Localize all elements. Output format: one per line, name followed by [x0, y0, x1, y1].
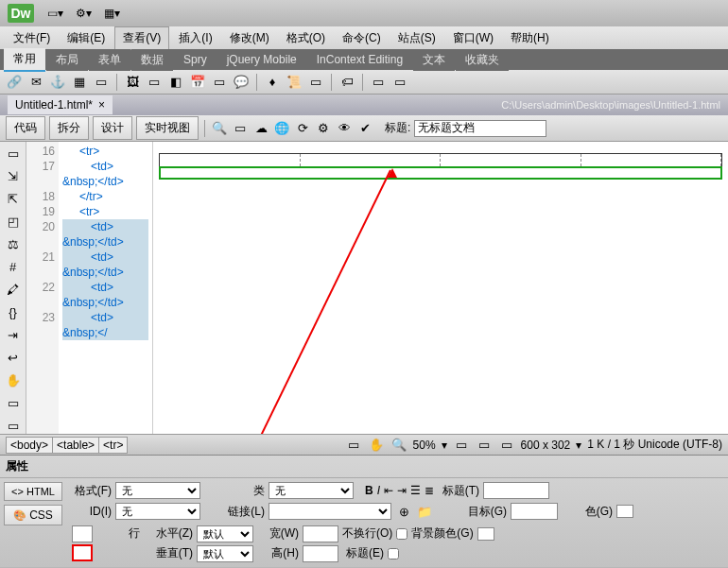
height-input[interactable]: [303, 545, 338, 562]
design-pane[interactable]: [153, 142, 728, 434]
color-swatch[interactable]: [616, 505, 633, 518]
format-icon[interactable]: ▭: [5, 394, 22, 411]
phone-icon[interactable]: ▭: [476, 437, 493, 454]
menu-file[interactable]: 文件(F): [6, 27, 58, 49]
table-preview[interactable]: [159, 153, 722, 180]
menu-help[interactable]: 帮助(H): [503, 27, 557, 49]
menu-commands[interactable]: 命令(C): [335, 27, 389, 49]
date-icon[interactable]: 📅: [189, 74, 206, 91]
layout-dropdown-icon[interactable]: ▭▾: [47, 7, 62, 20]
tab-layout[interactable]: 布局: [46, 49, 88, 71]
menu-format[interactable]: 格式(O): [279, 27, 333, 49]
collapse-icon[interactable]: ⇲: [5, 168, 22, 185]
template-icon[interactable]: ▭: [307, 74, 324, 91]
expand-icon[interactable]: ⇱: [5, 191, 22, 208]
dimensions[interactable]: 600 x 302: [521, 439, 571, 452]
tab-spry[interactable]: Spry: [174, 50, 217, 69]
ul-icon[interactable]: ☰: [410, 484, 421, 497]
zoom-tool-icon[interactable]: 🔍: [390, 437, 407, 454]
outdent-icon[interactable]: ⇤: [384, 484, 393, 497]
email-icon[interactable]: ✉: [27, 74, 44, 91]
tab-fav[interactable]: 收藏夹: [456, 49, 509, 71]
ssi-icon[interactable]: ▭: [211, 74, 228, 91]
tab-data[interactable]: 数据: [131, 49, 173, 71]
title-input[interactable]: [483, 482, 549, 499]
split-cell-icon[interactable]: [72, 544, 93, 561]
div-icon[interactable]: ▭: [93, 74, 110, 91]
view-live-button[interactable]: 实时视图: [136, 116, 199, 140]
merge-cells-icon[interactable]: [72, 525, 93, 542]
hyperlink-icon[interactable]: 🔗: [6, 74, 23, 91]
browse-icon[interactable]: 📁: [416, 503, 433, 520]
indent-icon[interactable]: ⇥: [397, 484, 407, 497]
window-size-icon[interactable]: ▭: [453, 437, 470, 454]
widget-icon[interactable]: ◧: [167, 74, 184, 91]
select-parent-icon[interactable]: ◰: [5, 214, 22, 231]
view-code-button[interactable]: 代码: [6, 116, 45, 140]
zoom-value[interactable]: 50%: [413, 439, 436, 452]
menu-view[interactable]: 查看(V): [114, 26, 169, 50]
hand-tool-icon[interactable]: ✋: [368, 437, 385, 454]
table-icon[interactable]: ▦: [71, 74, 88, 91]
visual-icon[interactable]: 👁: [336, 120, 353, 137]
bold-icon[interactable]: B: [365, 484, 373, 497]
recent-icon[interactable]: ▭: [5, 417, 22, 434]
balance-icon[interactable]: ⚖: [5, 236, 22, 253]
image-icon[interactable]: 🖼: [124, 74, 141, 91]
head-icon[interactable]: ♦: [264, 74, 281, 91]
css-mode-button[interactable]: 🎨 CSS: [4, 505, 62, 525]
linenum-icon[interactable]: #: [5, 259, 22, 276]
file-tab[interactable]: Untitled-1.html* ×: [8, 95, 113, 114]
opts-icon[interactable]: ⚙: [315, 120, 332, 137]
sync-icon[interactable]: ⚙▾: [76, 7, 91, 20]
point-to-file-icon[interactable]: ⊕: [395, 503, 412, 520]
link-select[interactable]: [269, 503, 391, 520]
tab-ice[interactable]: InContext Editing: [307, 50, 412, 69]
highlight-icon[interactable]: 🖍: [5, 282, 22, 299]
media-icon[interactable]: ▭: [146, 74, 163, 91]
target-input[interactable]: [511, 503, 558, 520]
check-icon[interactable]: ✔: [356, 120, 373, 137]
more-icon[interactable]: ▭: [370, 74, 387, 91]
tab-text[interactable]: 文本: [413, 49, 455, 71]
indent-icon[interactable]: ⇥: [5, 326, 22, 343]
horz-select[interactable]: 默认: [197, 525, 253, 542]
more2-icon[interactable]: ▭: [391, 74, 408, 91]
menu-modify[interactable]: 修改(M): [222, 27, 277, 49]
tablet-icon[interactable]: ▭: [498, 437, 515, 454]
refresh-icon[interactable]: ⟳: [294, 120, 311, 137]
tag-chooser-icon[interactable]: 🏷: [338, 74, 355, 91]
code-pane[interactable]: <tr> <td> &nbsp;</td> </tr> <tr> <td> &n…: [59, 142, 153, 434]
browser-icon[interactable]: 🌐: [273, 120, 290, 137]
html-mode-button[interactable]: <> HTML: [4, 482, 62, 501]
ol-icon[interactable]: ≣: [425, 484, 434, 497]
menu-site[interactable]: 站点(S): [390, 27, 443, 49]
livecode-icon[interactable]: ▭: [232, 120, 249, 137]
nowrap-checkbox[interactable]: [396, 528, 407, 540]
tab-forms[interactable]: 表单: [89, 49, 130, 71]
hand-icon[interactable]: ✋: [5, 371, 22, 388]
menu-edit[interactable]: 编辑(E): [60, 27, 113, 49]
header-checkbox[interactable]: [388, 548, 399, 559]
anchor-icon[interactable]: ⚓: [49, 74, 66, 91]
server-icon[interactable]: ☁: [252, 120, 269, 137]
open-docs-icon[interactable]: ▭: [5, 146, 22, 163]
wrap-icon[interactable]: ↩: [5, 349, 22, 366]
close-icon[interactable]: ×: [98, 98, 105, 112]
format-select[interactable]: 无: [115, 482, 200, 499]
menu-window[interactable]: 窗口(W): [445, 27, 501, 49]
syntax-icon[interactable]: {}: [5, 303, 22, 320]
inspect-icon[interactable]: 🔍: [211, 120, 228, 137]
properties-header[interactable]: 属性: [0, 456, 728, 478]
id-select[interactable]: 无: [115, 503, 200, 520]
menu-insert[interactable]: 插入(I): [171, 27, 219, 49]
tab-jquery[interactable]: jQuery Mobile: [217, 50, 306, 69]
script-icon[interactable]: 📜: [286, 74, 303, 91]
tab-common[interactable]: 常用: [4, 48, 45, 72]
italic-icon[interactable]: I: [377, 484, 380, 497]
view-split-button[interactable]: 拆分: [49, 116, 89, 140]
class-select[interactable]: 无: [269, 482, 354, 499]
select-tool-icon[interactable]: ▭: [345, 437, 362, 454]
view-design-button[interactable]: 设计: [93, 116, 132, 140]
width-input[interactable]: [303, 525, 338, 542]
